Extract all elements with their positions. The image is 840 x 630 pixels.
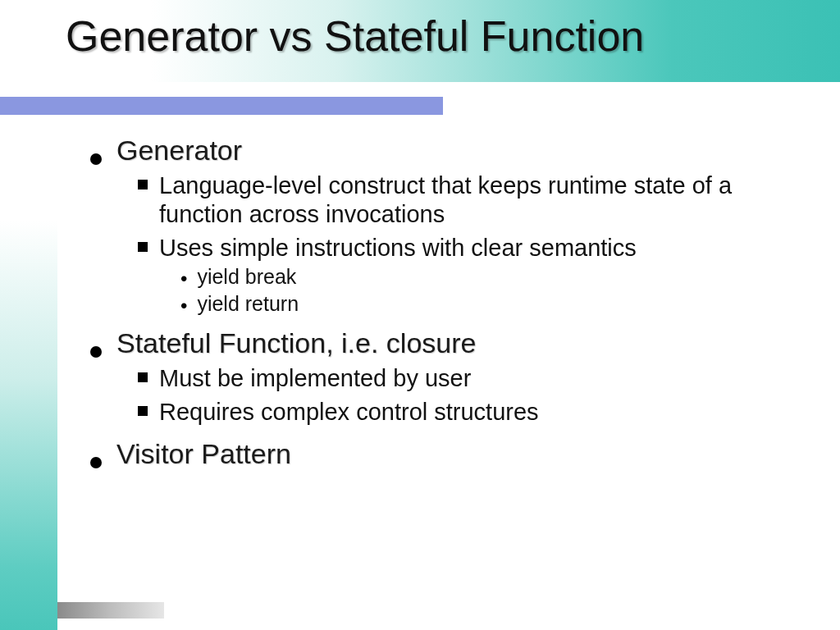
- dot-bullet-icon: •: [180, 296, 187, 316]
- subbullet-text: Must be implemented by user: [159, 364, 471, 393]
- bullet-generator: Generator: [90, 135, 807, 167]
- disc-bullet-icon: [90, 346, 102, 358]
- square-bullet-icon: [138, 242, 148, 252]
- dot-bullet-icon: •: [180, 269, 187, 289]
- subsubbullet-text: yield return: [197, 292, 299, 316]
- subbullet-text: Uses simple instructions with clear sema…: [159, 234, 637, 262]
- bullet-heading: Stateful Function, i.e. closure: [116, 327, 476, 359]
- subbullet-text: Language-level construct that keeps runt…: [159, 171, 791, 229]
- subsubbullet: • yield return: [180, 292, 807, 316]
- left-gradient-decor: [0, 0, 57, 630]
- bullet-stateful-function: Stateful Function, i.e. closure: [90, 327, 807, 359]
- disc-bullet-icon: [90, 457, 102, 468]
- subbullet: Requires complex control structures: [138, 398, 807, 427]
- square-bullet-icon: [138, 406, 148, 416]
- subbullet: Language-level construct that keeps runt…: [138, 171, 807, 229]
- bullet-visitor-pattern: Visitor Pattern: [90, 438, 807, 470]
- subsubbullet: • yield break: [180, 265, 807, 289]
- bullet-heading: Generator: [116, 135, 242, 167]
- subsubbullet-text: yield break: [197, 265, 296, 289]
- slide-body: Generator Language-level construct that …: [90, 123, 807, 475]
- bullet-heading: Visitor Pattern: [116, 438, 291, 470]
- subbullet: Must be implemented by user: [138, 364, 807, 393]
- disc-bullet-icon: [90, 153, 102, 165]
- subbullet: Uses simple instructions with clear sema…: [138, 234, 807, 262]
- square-bullet-icon: [138, 372, 148, 382]
- square-bullet-icon: [138, 180, 148, 189]
- slide-title: Generator vs Stateful Function: [66, 11, 644, 61]
- bottom-bar-decor: [57, 602, 164, 619]
- subbullet-text: Requires complex control structures: [159, 398, 539, 427]
- title-underline-bar: [0, 97, 443, 115]
